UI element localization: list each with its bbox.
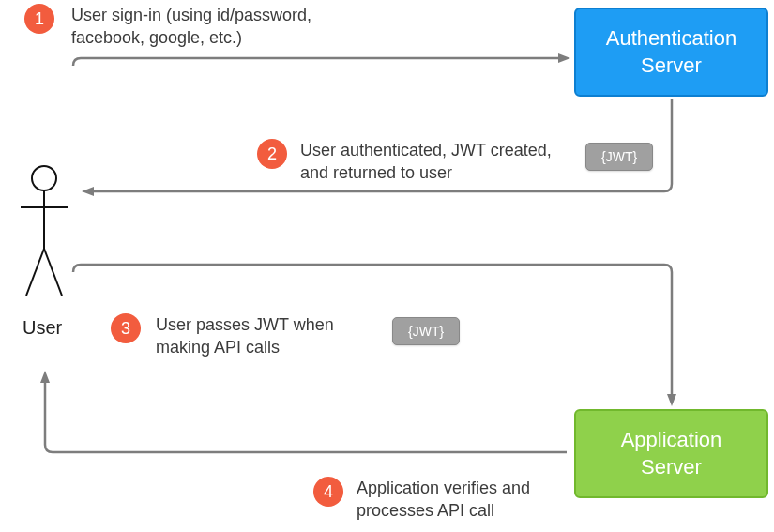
- arrow-step-1: [73, 58, 558, 66]
- auth-server-line1: Authentication: [606, 26, 736, 50]
- app-server-box: Application Server: [574, 409, 768, 498]
- arrow-head-2: [82, 187, 94, 196]
- step-badge-2: 2: [257, 139, 287, 169]
- jwt-token-2: {JWT}: [585, 143, 653, 171]
- user-icon: [19, 164, 70, 305]
- step-text-1: User sign-in (using id/password, faceboo…: [71, 4, 353, 50]
- step-badge-4: 4: [313, 477, 343, 507]
- arrow-head-1: [558, 53, 570, 63]
- jwt-token-3: {JWT}: [392, 317, 460, 345]
- arrow-head-3: [667, 394, 676, 406]
- auth-server-line2: Server: [641, 53, 702, 77]
- arrow-step-4: [45, 383, 567, 452]
- arrow-head-4: [40, 371, 50, 383]
- svg-line-4: [44, 249, 62, 296]
- jwt-flow-diagram: User Authentication Server Application S…: [0, 0, 774, 532]
- auth-server-box: Authentication Server: [574, 8, 768, 97]
- step-text-3: User passes JWT when making API calls: [156, 313, 381, 359]
- step-badge-3: 3: [111, 313, 141, 343]
- step-badge-1: 1: [24, 4, 54, 34]
- svg-point-0: [32, 166, 56, 190]
- user-label: User: [23, 317, 62, 339]
- app-server-line2: Server: [641, 455, 702, 479]
- step-text-2: User authenticated, JWT created, and ret…: [300, 139, 563, 185]
- svg-line-3: [26, 249, 44, 296]
- app-server-line1: Application: [621, 428, 722, 451]
- step-text-4: Application verifies and processes API c…: [357, 477, 582, 523]
